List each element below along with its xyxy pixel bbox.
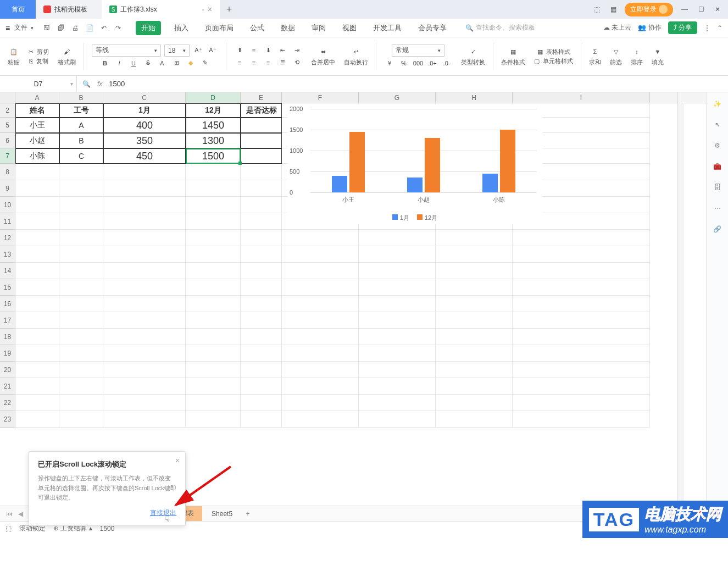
border-icon[interactable]: ⊞ <box>171 58 182 69</box>
cell[interactable] <box>282 263 359 279</box>
select-all-corner[interactable] <box>0 92 15 103</box>
cell[interactable] <box>103 411 186 428</box>
cell[interactable] <box>186 164 241 180</box>
cell[interactable] <box>103 378 186 395</box>
cell[interactable] <box>186 246 241 263</box>
strike-icon[interactable]: S̶ <box>142 58 153 69</box>
cell[interactable] <box>436 395 513 411</box>
cell[interactable] <box>15 230 59 246</box>
cell[interactable] <box>359 296 436 312</box>
align-right-icon[interactable]: ≡ <box>263 57 274 68</box>
print-icon[interactable]: 🖨 <box>70 23 81 34</box>
row-header[interactable]: 22 <box>0 395 15 411</box>
popup-exit-link[interactable]: 直接退出 <box>38 508 176 518</box>
cell[interactable] <box>103 329 186 345</box>
cell[interactable] <box>186 411 241 428</box>
cell[interactable] <box>59 197 103 213</box>
row-header[interactable]: 12 <box>0 230 15 246</box>
cell[interactable] <box>59 329 103 345</box>
row-header[interactable]: 11 <box>0 213 15 230</box>
cell[interactable] <box>15 378 59 395</box>
cell[interactable] <box>103 395 186 411</box>
cell[interactable] <box>436 263 513 279</box>
bold-icon[interactable]: B <box>99 58 110 69</box>
cell[interactable] <box>15 296 59 312</box>
copy-button[interactable]: ⎘复制 <box>29 57 48 65</box>
row-header[interactable]: 23 <box>0 411 15 428</box>
cell[interactable] <box>513 230 650 246</box>
cell[interactable] <box>359 329 436 345</box>
redo-icon[interactable]: ↷ <box>113 23 124 34</box>
cell[interactable] <box>282 345 359 362</box>
cell[interactable] <box>15 263 59 279</box>
cell[interactable] <box>186 329 241 345</box>
cell[interactable] <box>359 411 436 428</box>
cell[interactable] <box>15 312 59 329</box>
font-combo[interactable]: 等线▾ <box>92 45 161 57</box>
col-header-F[interactable]: F <box>282 92 359 103</box>
cell[interactable] <box>103 296 186 312</box>
cell[interactable] <box>359 263 436 279</box>
merge-button[interactable]: ⬌合并居中 <box>308 46 338 66</box>
cell[interactable]: B <box>59 133 103 148</box>
cell[interactable] <box>15 180 59 197</box>
cell[interactable] <box>513 395 650 411</box>
sum-button[interactable]: Σ求和 <box>586 46 604 66</box>
row-header[interactable]: 5 <box>0 118 15 133</box>
cell[interactable] <box>186 279 241 296</box>
tab-menu-icon[interactable]: ▫ <box>202 5 204 13</box>
cell[interactable]: 是否达标 <box>241 103 282 118</box>
cell[interactable] <box>359 395 436 411</box>
cell[interactable] <box>359 312 436 329</box>
align-justify-icon[interactable]: ≣ <box>277 57 288 68</box>
file-menu[interactable]: 文件 ▾ <box>14 23 34 32</box>
more-icon[interactable]: ⋮ <box>704 24 710 32</box>
cell[interactable] <box>359 230 436 246</box>
zoom-icon[interactable]: 🔍 <box>82 80 91 88</box>
cell[interactable] <box>241 279 282 296</box>
percent-icon[interactable]: % <box>398 58 409 69</box>
col-header-D[interactable]: D <box>186 92 241 103</box>
cut-button[interactable]: ✂剪切 <box>29 48 49 56</box>
cell[interactable] <box>513 296 650 312</box>
highlight-icon[interactable]: ✎ <box>199 58 210 69</box>
menu-tab-data[interactable]: 数据 <box>277 21 298 35</box>
cell[interactable] <box>15 362 59 378</box>
col-header-C[interactable]: C <box>103 92 186 103</box>
currency-icon[interactable]: ¥ <box>384 58 395 69</box>
cell[interactable] <box>103 197 186 213</box>
cell[interactable] <box>241 345 282 362</box>
vertical-scrollbar[interactable] <box>677 92 684 506</box>
cell[interactable] <box>282 411 359 428</box>
cell[interactable] <box>513 329 650 345</box>
cell[interactable] <box>241 312 282 329</box>
align-bot-icon[interactable]: ⬇ <box>263 45 274 56</box>
cell[interactable] <box>103 263 186 279</box>
indent-inc-icon[interactable]: ⇥ <box>291 45 302 56</box>
cell[interactable] <box>186 345 241 362</box>
cell[interactable] <box>186 230 241 246</box>
cell[interactable] <box>186 213 241 230</box>
fill-button[interactable]: ▼填充 <box>648 46 667 66</box>
type-convert-button[interactable]: ✓类型转换 <box>458 46 488 66</box>
cell[interactable] <box>436 279 513 296</box>
cell[interactable] <box>186 378 241 395</box>
cell[interactable] <box>282 246 359 263</box>
row-header[interactable]: 6 <box>0 133 15 148</box>
cell[interactable]: 小王 <box>15 118 59 133</box>
cell[interactable] <box>15 246 59 263</box>
fx-icon[interactable]: fx <box>97 80 102 88</box>
col-header-G[interactable]: G <box>359 92 436 103</box>
cell[interactable] <box>103 180 186 197</box>
sheet-add-button[interactable]: + <box>242 510 254 518</box>
minimize-icon[interactable]: — <box>680 4 690 14</box>
sp-toolkit-icon[interactable]: 🧰 <box>712 160 724 173</box>
collapse-ribbon-icon[interactable]: ⌃ <box>717 24 723 32</box>
cell[interactable] <box>59 279 103 296</box>
cell[interactable]: 小赵 <box>15 133 59 148</box>
cell[interactable] <box>513 345 650 362</box>
cell[interactable] <box>359 378 436 395</box>
apps-icon[interactable]: ▦ <box>608 4 618 14</box>
cell[interactable] <box>359 362 436 378</box>
sp-backup-icon[interactable]: 🗄 <box>712 181 724 193</box>
